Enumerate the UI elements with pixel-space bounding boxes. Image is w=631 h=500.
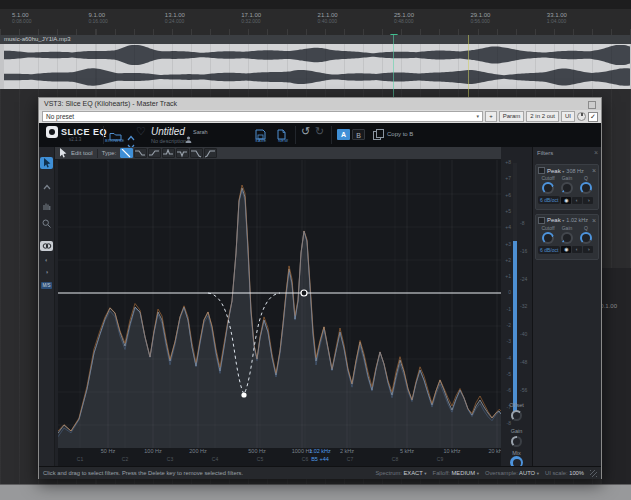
axis-label: 500 Hz xyxy=(248,448,265,454)
filter-type-button-1[interactable] xyxy=(120,148,133,158)
plugin-header: SLICE EQ v2.1.3 BROWSE ♡ Untitled S xyxy=(39,123,601,147)
axis-label: C1 xyxy=(77,456,83,462)
falloff-mode[interactable]: Falloff: MEDIUM ▾ xyxy=(433,470,479,476)
right-placement-button[interactable]: ◑ xyxy=(583,246,593,253)
plugin-window-title: VST3: Slice EQ (Kilohearts) - Master Tra… xyxy=(44,100,177,107)
filter-card[interactable]: Peak ▾308 Hz×CutoffGainQ6 dB/oct◉◐◑ xyxy=(535,164,599,210)
spectrum-db-scale-label: -16 xyxy=(520,248,527,254)
cutoff-knob[interactable] xyxy=(542,232,554,244)
eq-db-scale-label: -8 xyxy=(501,420,511,426)
patch-name[interactable]: Untitled xyxy=(151,126,185,137)
zoom-tool-icon[interactable] xyxy=(40,217,53,229)
filter-frequency-value[interactable]: 1.02 kHz xyxy=(566,217,590,223)
redo-icon[interactable]: ↻ xyxy=(315,126,324,137)
right-channel-button[interactable]: ◑ xyxy=(40,266,53,278)
undo-icon[interactable]: ↺ xyxy=(301,126,310,137)
gain-knob[interactable] xyxy=(561,232,573,244)
left-placement-button[interactable]: ◐ xyxy=(572,197,582,204)
pan-hand-icon[interactable] xyxy=(40,199,53,211)
chevron-down-icon: ▾ xyxy=(537,471,539,476)
filter-close-button[interactable]: × xyxy=(592,218,596,223)
preset-combo[interactable]: No preset ▾ xyxy=(42,111,483,122)
q-knob[interactable] xyxy=(580,232,592,244)
window-dock-icon[interactable] xyxy=(588,101,596,109)
filter-type-button-4[interactable] xyxy=(162,148,175,158)
axis-label: 1.02 kHz xyxy=(309,448,331,454)
resize-grip[interactable] xyxy=(590,470,597,477)
panel-close-icon[interactable]: × xyxy=(594,149,598,156)
filter-enable-checkbox[interactable] xyxy=(538,167,545,174)
new-label: NEW xyxy=(278,138,288,143)
daw-timeline-ruler[interactable]: 5.1.000:08.0009.1.000:16.00013.1.000:24.… xyxy=(0,9,631,36)
kilohearts-logo-icon xyxy=(46,126,58,138)
cutoff-label: Cutoff xyxy=(541,175,555,181)
status-hint: Click and drag to select filters. Press … xyxy=(43,470,243,476)
param-button[interactable]: Param xyxy=(499,111,525,122)
ui-scale[interactable]: UI scale: 100% xyxy=(545,470,584,476)
eq-graph[interactable]: 50 Hz100 Hz200 Hz500 Hz1000 Hz2 kHz5 kHz… xyxy=(58,160,501,466)
slope-select[interactable]: 6 dB/oct xyxy=(538,246,560,254)
pointer-icon xyxy=(59,148,67,158)
preset-add-button[interactable]: + xyxy=(485,111,497,122)
collapse-chevron-icon[interactable] xyxy=(40,181,53,193)
gain-label: Gain xyxy=(560,175,574,181)
axis-label: C2 xyxy=(122,456,128,462)
plugin-brand: SLICE EQ xyxy=(61,127,107,137)
plugin-window-titlebar[interactable]: VST3: Slice EQ (Kilohearts) - Master Tra… xyxy=(39,98,601,110)
filter-card[interactable]: Peak ▾1.02 kHz×CutoffGainQ6 dB/oct◉◐◑ xyxy=(535,214,599,260)
gain-knob[interactable] xyxy=(561,182,573,194)
filter-type-select[interactable]: Peak ▾ xyxy=(547,217,564,223)
output-gain-knob[interactable] xyxy=(511,436,522,447)
patch-description[interactable]: No description xyxy=(151,138,186,144)
filter-enable-checkbox[interactable] xyxy=(538,217,545,224)
filter-type-select[interactable]: Peak ▾ xyxy=(547,168,564,174)
ruler-marker: 17.1.000:32.000 xyxy=(241,12,261,24)
cutoff-knob[interactable] xyxy=(542,182,554,194)
arrow-tool-button[interactable] xyxy=(40,157,53,169)
spectrum-mode[interactable]: Spectrum: EXACT ▾ xyxy=(375,470,426,476)
left-placement-button[interactable]: ◐ xyxy=(572,246,582,253)
track-name: music-a60hu_JY1lA.mp3 xyxy=(4,36,71,42)
oversample-mode[interactable]: Oversample: AUTO ▾ xyxy=(485,470,539,476)
slope-select[interactable]: 6 dB/oct xyxy=(538,196,560,204)
ruler-marker: 5.1.000:08.000 xyxy=(12,12,31,24)
left-tool-strip: ◐ ◑ M/S xyxy=(39,147,55,467)
track-item-label[interactable]: music-a60hu_JY1lA.mp3 xyxy=(0,35,631,44)
bypass-checkbox[interactable]: ✓ xyxy=(588,112,598,122)
right-placement-button[interactable]: ◑ xyxy=(583,197,593,204)
ui-button[interactable]: UI xyxy=(561,111,575,122)
axis-label: C6 xyxy=(302,456,308,462)
filter-type-button-5[interactable] xyxy=(176,148,189,158)
stereo-placement-button[interactable]: ◉ xyxy=(561,197,571,204)
stereo-placement-button[interactable]: ◉ xyxy=(561,246,571,253)
ruler-marker: 9.1.000:16.000 xyxy=(88,12,107,24)
output-strip: Offset Gain Mix +8+7+6+5+4+3+2+10-1-2-3-… xyxy=(501,147,532,467)
axis-label: C9 xyxy=(437,456,443,462)
audio-item[interactable] xyxy=(0,44,631,89)
q-knob[interactable] xyxy=(580,182,592,194)
ab-slot-a-button[interactable]: A xyxy=(337,129,350,140)
favorite-heart-icon[interactable]: ♡ xyxy=(136,125,146,138)
filter-type-button-3[interactable] xyxy=(148,148,161,158)
plugin-ui: SLICE EQ v2.1.3 BROWSE ♡ Untitled S xyxy=(39,123,601,479)
filter-type-button-7[interactable] xyxy=(204,148,217,158)
wet-knob[interactable] xyxy=(577,112,586,121)
axis-label: C8 xyxy=(392,456,398,462)
axis-label: 2 kHz xyxy=(340,448,354,454)
axis-label: 200 Hz xyxy=(189,448,206,454)
copy-to-b-button[interactable]: Copy to B xyxy=(387,131,413,137)
ab-slot-b-button[interactable]: B xyxy=(352,129,365,140)
play-cursor-line xyxy=(393,35,394,97)
eq-db-scale-label: +5 xyxy=(501,208,511,214)
filter-frequency-value[interactable]: 308 Hz xyxy=(566,168,590,174)
filter-close-button[interactable]: × xyxy=(592,168,596,173)
edit-toolbar: Edit tool Type: xyxy=(55,147,501,160)
offset-knob[interactable] xyxy=(511,410,522,421)
io-button[interactable]: 2 in 2 out xyxy=(526,111,559,122)
filter-type-button-6[interactable] xyxy=(190,148,203,158)
left-channel-button[interactable]: ◐ xyxy=(40,254,53,266)
mid-side-button[interactable]: M/S xyxy=(40,279,53,291)
filter-type-button-2[interactable] xyxy=(134,148,147,158)
eq-db-scale-label: -1 xyxy=(501,306,511,312)
stereo-channel-button[interactable] xyxy=(40,241,53,251)
